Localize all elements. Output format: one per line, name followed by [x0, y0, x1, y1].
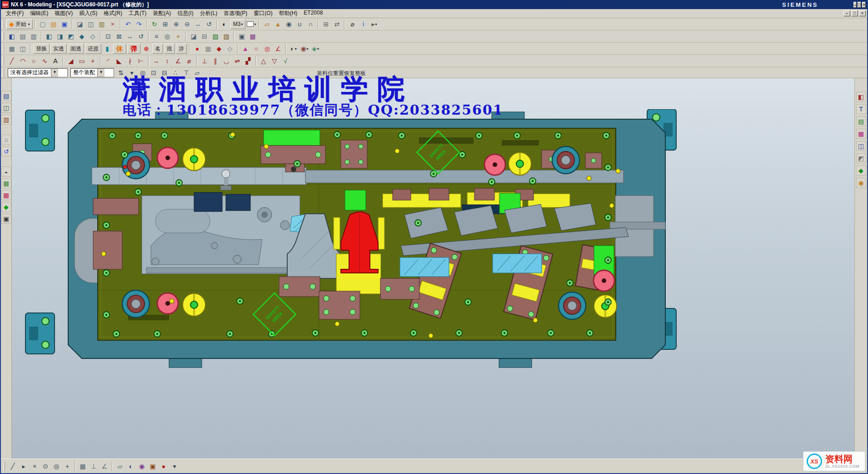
rotate-view-button[interactable]: ↺ [204, 19, 215, 30]
analysis-combo-button[interactable]: ◈▾ [310, 43, 321, 54]
view-right-button[interactable]: ◩ [65, 31, 76, 42]
snap-midpoint-button[interactable]: ▸ [18, 461, 29, 472]
menu-format[interactable]: 格式(R) [100, 9, 125, 18]
toolbar-grip[interactable] [3, 44, 4, 53]
add-reference-point-button[interactable]: ⊕ [141, 43, 152, 54]
dynamic-preview-button[interactable]: ◉ [136, 461, 147, 472]
sketch-arc-button[interactable]: ◠ [17, 55, 28, 66]
batch-process-button[interactable]: 批 [164, 44, 175, 54]
show-constraints-button[interactable]: △ [258, 55, 269, 66]
wave-geometry-linker-button[interactable]: ▦ [6, 43, 17, 54]
mdi-close-button[interactable]: × [859, 10, 866, 16]
constraint-perpendicular-button[interactable]: ⊥ [199, 55, 210, 66]
visual-effects-button[interactable]: ▩ [247, 31, 258, 42]
snapshot-button[interactable]: ▣ [236, 31, 247, 42]
delete-button[interactable]: × [107, 19, 118, 30]
toolbar-grip[interactable] [3, 20, 4, 29]
solid-red-cube-button[interactable]: ◆ [214, 43, 224, 54]
pmi-panel-button[interactable]: ▣ [1, 214, 11, 224]
sketch-circle-button[interactable]: ○ [28, 55, 39, 66]
name-parts-button[interactable]: 名 [152, 44, 163, 54]
render-quality-button[interactable]: ◆ [856, 166, 866, 176]
capture-image-button[interactable]: ▣ [147, 461, 158, 472]
menu-information[interactable]: 信息(I) [174, 9, 196, 18]
move-component-button[interactable]: ⇄ [331, 19, 342, 30]
spring-tool-button[interactable]: 弹 [127, 44, 140, 54]
paste-button[interactable]: ▥ [96, 19, 107, 30]
zoom-fit-all-button[interactable]: ⊠ [114, 31, 125, 42]
display-part-button[interactable]: ◧ [6, 31, 17, 42]
display-mode-combo-button[interactable]: ◐▾ [288, 43, 299, 54]
snap-endpoint-button[interactable]: ╱ [7, 461, 18, 472]
more-snap-options-button[interactable]: ▾ [169, 461, 180, 472]
grid-toggle-button[interactable]: ▦ [203, 43, 214, 54]
view-panel-button[interactable]: ◫ [856, 141, 866, 151]
interference-check-button[interactable]: 涉 [176, 44, 187, 54]
new-file-button[interactable]: ▢ [37, 19, 48, 30]
show-hide-button[interactable]: ◎ [162, 31, 173, 42]
face-analysis-button[interactable]: ▨ [210, 31, 221, 42]
panel-toggle-button[interactable]: ◧ [856, 92, 866, 102]
toolbar-grip[interactable] [3, 68, 4, 77]
sketch-fillet-button[interactable]: ◜ [103, 55, 114, 66]
sketch-pattern-button[interactable]: ▞ [243, 55, 254, 66]
zoom-in-button[interactable]: ⊕ [171, 19, 182, 30]
assembly-constraints-button[interactable]: ⊞ [320, 19, 331, 30]
suppress-component-button[interactable]: 休 [113, 44, 126, 54]
window-tile-button[interactable]: ▥ [28, 31, 39, 42]
toolbar-grip[interactable] [4, 462, 5, 471]
sketch-text-button[interactable]: A [50, 55, 61, 66]
wcs-dynamics-button[interactable]: + [173, 31, 184, 42]
menu-assemblies[interactable]: 装配(A) [150, 9, 174, 18]
macro-record-button[interactable]: ● [158, 461, 169, 472]
wire-cube-button[interactable]: ◇ [224, 43, 235, 54]
extrude-button[interactable]: ▲ [272, 19, 283, 30]
restore-display-button[interactable]: 还原 [85, 44, 101, 54]
face-transparent-button[interactable]: 面透 [68, 44, 84, 54]
mdi-restore-button[interactable]: □ [851, 10, 858, 16]
dim-horizontal-button[interactable]: ↔ [151, 55, 162, 66]
dim-diameter-button[interactable]: ⌀ [184, 55, 195, 66]
palette-panel-button[interactable]: ▦ [856, 129, 866, 139]
graphics-viewport[interactable]: 潇洒职业培训学院 电话：13018639977（微信同号）QQ:20338256… [12, 78, 854, 459]
mdi-minimize-button[interactable]: – [843, 10, 850, 16]
divider-bar-button[interactable]: ▮ [102, 43, 113, 54]
menu-file[interactable]: 文件(F) [3, 9, 27, 18]
redo-button[interactable]: ↷ [134, 19, 145, 30]
dim-angle-button[interactable]: ∠ [173, 55, 184, 66]
more-row1-tools-button[interactable]: ▸▾ [369, 19, 379, 30]
unite-button[interactable]: ∪ [294, 19, 305, 30]
zoom-out-button[interactable]: ⊖ [182, 19, 193, 30]
information-panel-button[interactable]: ◉ [856, 178, 866, 188]
sketch-mirror-button[interactable]: ⇌ [232, 55, 243, 66]
interpart-link-button[interactable]: ◫ [17, 43, 28, 54]
text-notes-button[interactable]: T [856, 104, 866, 114]
visualization-tools-button[interactable]: ◆ [1, 202, 11, 212]
system-materials-button[interactable]: ▦ [1, 178, 11, 188]
cut-button[interactable]: ◪ [75, 19, 85, 30]
dim-vertical-button[interactable]: ↕ [162, 55, 173, 66]
sketch-extend-button[interactable]: ⊢ [135, 55, 146, 66]
start-menu-button[interactable]: ◆开始▾ [6, 19, 33, 29]
maximize-button[interactable]: □ [858, 2, 861, 8]
cad-die-model[interactable]: SAFETY AREA SAFETY AREA [19, 109, 683, 373]
component-preview-button[interactable]: ◐ [125, 461, 136, 472]
snap-intersection-button[interactable]: × [29, 461, 40, 472]
replace-display-button[interactable]: 替换 [33, 44, 50, 54]
view-trimetric-button[interactable]: ◇ [87, 31, 98, 42]
history-palette-button[interactable]: ↺ [1, 146, 11, 156]
constraint-tangent-button[interactable]: ◡ [221, 55, 232, 66]
menu-edit[interactable]: 编辑(E) [27, 9, 51, 18]
sketch-chamfer-button[interactable]: ◣ [114, 55, 125, 66]
circle-tool-red-button[interactable]: ○ [251, 43, 262, 54]
pan-view-button[interactable]: ↔ [193, 19, 204, 30]
object-color-button[interactable]: ▾ [246, 19, 257, 30]
toolbar-grip[interactable] [3, 32, 4, 41]
selection-scope-dropdown[interactable]: 整个装配 ▼ [70, 68, 114, 77]
menu-insert[interactable]: 插入(S) [76, 9, 100, 18]
sketch-spline-button[interactable]: ∿ [39, 55, 50, 66]
view-isometric-button[interactable]: ◆ [76, 31, 87, 42]
workplane-toggle-button[interactable]: ▱ [115, 461, 125, 472]
material-panel-button[interactable]: ◩ [856, 153, 866, 163]
zoom-window-button[interactable]: ⊡ [103, 31, 114, 42]
